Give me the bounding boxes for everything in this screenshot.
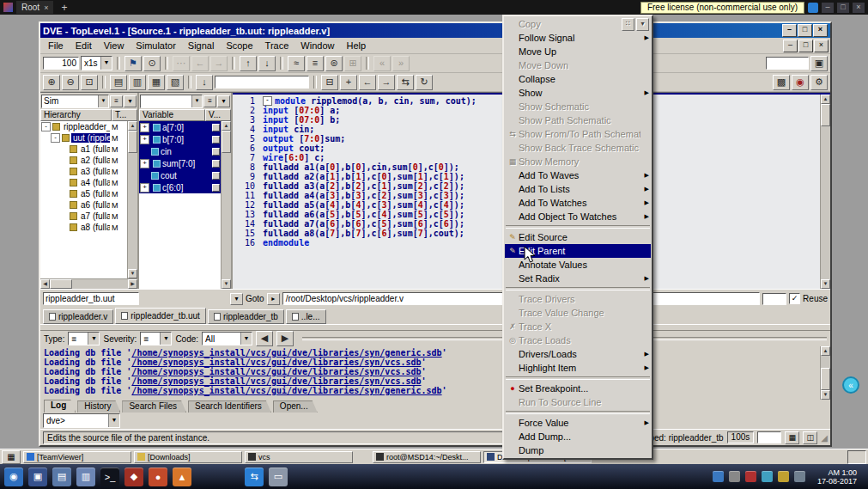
- scope-search-field[interactable]: [215, 76, 309, 89]
- context-menu-item-add-to-lists[interactable]: Add To Lists▶: [505, 182, 651, 196]
- context-menu-item-add-dump[interactable]: Add Dump...: [505, 430, 651, 443]
- scroll-left-icon[interactable]: ◀: [40, 279, 50, 289]
- new-wave-view-icon[interactable]: ▤: [110, 75, 127, 90]
- variable-expand-box[interactable]: [212, 172, 220, 180]
- hierarchy-row[interactable]: a8 (fulladd)M: [40, 222, 127, 233]
- menu-view[interactable]: View: [98, 40, 131, 52]
- scroll-right-icon[interactable]: ▶: [128, 279, 137, 289]
- context-menu-item-drivers-loads[interactable]: Drivers/Loads▶: [505, 347, 651, 361]
- hierarchy-row[interactable]: a3 (fulladd)M: [40, 166, 127, 177]
- scroll-track[interactable]: [821, 126, 830, 279]
- context-menu-item-follow-signal[interactable]: Follow Signal▶: [505, 31, 651, 45]
- variable-expander-icon[interactable]: +: [140, 123, 149, 132]
- log-file-link[interactable]: /home/synopsys_install/vcs/gui/dve/libra…: [131, 386, 441, 395]
- tray-battery-icon[interactable]: [778, 471, 789, 482]
- context-menu-item-add-object-to-watches[interactable]: Add Object To Watches▶: [505, 210, 651, 223]
- pane-options-button[interactable]: ▾: [124, 95, 137, 107]
- previous-view-icon[interactable]: ←: [359, 75, 376, 90]
- collapse-all-icon[interactable]: ⊟: [321, 75, 338, 90]
- grid-view-icon[interactable]: ▣: [810, 56, 828, 71]
- log-tab-log[interactable]: Log: [44, 400, 76, 413]
- session-close-button[interactable]: ×: [853, 3, 865, 13]
- console-prompt-combo[interactable]: dve> ▼: [43, 413, 120, 428]
- console-input-area[interactable]: [123, 416, 828, 426]
- scroll-up-icon[interactable]: ▲: [222, 121, 231, 131]
- taskbar-button-teamviewer[interactable]: [TeamViewer]: [23, 451, 131, 463]
- menu-help[interactable]: Help: [340, 40, 372, 52]
- tree-expander-icon[interactable]: -: [41, 122, 51, 131]
- source-tab-le[interactable]: ..le...: [286, 309, 326, 324]
- zoom-in-icon[interactable]: ⊕: [43, 75, 60, 90]
- teamviewer-sidebar-handle[interactable]: «: [842, 376, 859, 394]
- new-source-view-icon[interactable]: ▧: [167, 75, 184, 90]
- combo-arrow-icon[interactable]: ▼: [100, 57, 112, 70]
- code-fold-icon[interactable]: -: [263, 96, 272, 106]
- value-column-header[interactable]: V...: [205, 109, 231, 121]
- variable-row[interactable]: +sum[7:0]: [139, 157, 221, 169]
- scroll-thumb[interactable]: [821, 368, 830, 390]
- status-window-icon[interactable]: ◫: [803, 431, 817, 444]
- variable-row[interactable]: +a[7:0]: [139, 121, 221, 133]
- hierarchy-row[interactable]: -rippleadder_tb...M: [40, 121, 127, 132]
- scroll-track[interactable]: [821, 356, 830, 368]
- hierarchy-row[interactable]: a1 (fulladd)M: [40, 144, 127, 155]
- source-vscrollbar[interactable]: ▲ ▼: [820, 95, 830, 289]
- add-to-waves-icon[interactable]: ≈: [288, 56, 305, 71]
- log-tab-search-identifiers[interactable]: Search Identifiers: [188, 400, 271, 413]
- scroll-track[interactable]: [222, 153, 231, 279]
- context-menu-item-highlight-item[interactable]: Highlight Item▶: [505, 361, 651, 375]
- source-tab-rippleadder-v[interactable]: rippleadder.v: [43, 309, 113, 324]
- move-down-icon[interactable]: ↓: [258, 56, 276, 71]
- menu-file[interactable]: File: [42, 40, 70, 52]
- menu-window[interactable]: Window: [294, 40, 340, 52]
- context-menu-item-show[interactable]: Show▶: [505, 86, 651, 100]
- tab-close-icon[interactable]: ×: [44, 3, 48, 12]
- log-next-icon[interactable]: ▶: [276, 331, 294, 346]
- hierarchy-pane-selector[interactable]: Sim ▼: [41, 95, 109, 108]
- scroll-up-icon[interactable]: ▲: [821, 346, 830, 356]
- scroll-down-icon[interactable]: ▼: [222, 279, 231, 289]
- context-menu-item-edit-source[interactable]: ✎Edit Source: [505, 230, 651, 244]
- type-filter-combo[interactable]: ≡▼: [68, 332, 100, 345]
- log-file-link[interactable]: /home/synopsys_install/vcs/gui/dve/libra…: [131, 376, 421, 386]
- variable-expand-box[interactable]: [212, 148, 220, 156]
- pane-menu-button[interactable]: ≡: [110, 95, 123, 107]
- hierarchy-row[interactable]: -uut (ripplemod)M: [40, 132, 127, 144]
- move-up-icon[interactable]: ↑: [240, 56, 257, 71]
- folder-icon[interactable]: ▤: [52, 468, 71, 486]
- goto-run-icon[interactable]: ▸: [267, 293, 280, 305]
- panel-clock[interactable]: AM 1:00 17-08-2017: [817, 468, 857, 486]
- menu-overflow-icon[interactable]: ▾: [636, 18, 649, 31]
- search-icon[interactable]: ⊙: [143, 56, 161, 71]
- combo-arrow-icon[interactable]: ▼: [108, 414, 119, 427]
- variables-options-button[interactable]: ▾: [217, 95, 230, 107]
- context-menu-item-set-radix[interactable]: Set Radix▶: [505, 272, 651, 285]
- combo-arrow-icon[interactable]: ▼: [98, 95, 108, 107]
- source-tab-rippleadder-tb-uut[interactable]: rippleadder_tb.uut: [115, 308, 206, 324]
- log-tab-open[interactable]: Open...: [273, 400, 318, 413]
- variables-vscrollbar[interactable]: ▲ ▼: [221, 121, 231, 289]
- context-menu-item-add-to-watches[interactable]: Add To Watches▶: [505, 196, 651, 210]
- trace-tool-icon[interactable]: ▩: [773, 75, 790, 90]
- tray-volume-icon[interactable]: [729, 471, 740, 482]
- media-player-icon[interactable]: ●: [149, 468, 167, 486]
- tree-expander-icon[interactable]: -: [51, 133, 60, 143]
- session-tab-root[interactable]: Root ×: [16, 1, 53, 14]
- zoom-fit-icon[interactable]: ⊡: [81, 75, 98, 90]
- settings-icon[interactable]: ⚙: [810, 75, 828, 90]
- variables-pane-selector[interactable]: ▼: [140, 95, 203, 108]
- desktop-icon[interactable]: ▣: [28, 468, 47, 486]
- hierarchy-row[interactable]: a2 (fulladd)M: [40, 155, 127, 166]
- session-minimize-button[interactable]: –: [822, 3, 834, 13]
- mdi-minimize-button[interactable]: –: [783, 40, 798, 52]
- menu-signal[interactable]: Signal: [182, 40, 221, 52]
- time-value-field[interactable]: 100: [43, 57, 79, 70]
- variable-expand-box[interactable]: [212, 124, 220, 131]
- scope-field[interactable]: rippleadder_tb.uut: [43, 292, 139, 305]
- menu-trace[interactable]: Trace: [259, 40, 295, 52]
- variable-row[interactable]: cout: [139, 169, 221, 181]
- scroll-down-icon[interactable]: ▼: [128, 269, 137, 278]
- menu-edit[interactable]: Edit: [70, 40, 98, 52]
- web-browser-icon[interactable]: ◉: [4, 468, 23, 486]
- documents-folder-icon[interactable]: ▥: [76, 468, 95, 486]
